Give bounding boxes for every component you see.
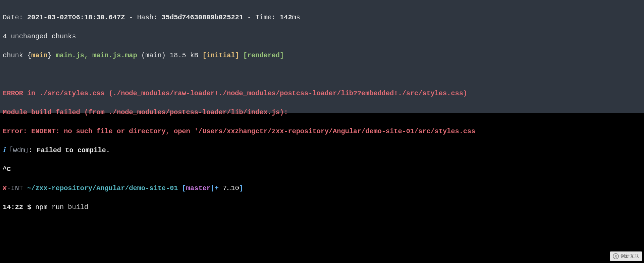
wdm-line: ℹ ｢wdm｣: Failed to compile. (3, 146, 641, 155)
build-date-line: Date: 2021-03-02T06:18:30.647Z - Hash: 3… (3, 13, 641, 22)
unchanged-chunks-line: 4 unchanged chunks (3, 32, 641, 41)
chunk-line: chunk {main} main.js, main.js.map (main)… (3, 51, 641, 60)
watermark-icon: X (613, 253, 619, 259)
prompt-line: ✘-INT ~/zxx-repository/Angular/demo-site… (3, 184, 641, 193)
watermark-text: 创新互联 (620, 253, 639, 260)
error-line-2: Module build failed (from ./node_modules… (3, 108, 641, 117)
error-line-1: ERROR in ./src/styles.css (./node_module… (3, 89, 641, 98)
ctrl-c-line: ^C (3, 165, 641, 174)
error-line-3: Error: ENOENT: no such file or directory… (3, 127, 641, 136)
blank-line (3, 70, 641, 79)
terminal-output[interactable]: Date: 2021-03-02T06:18:30.647Z - Hash: 3… (0, 0, 644, 113)
watermark: X 创新互联 (610, 251, 642, 261)
command-line: 14:22 $ npm run build (3, 203, 641, 212)
